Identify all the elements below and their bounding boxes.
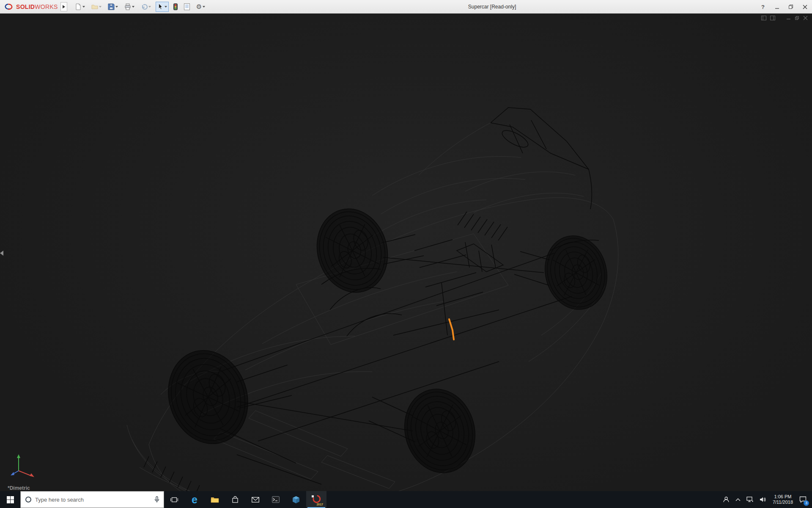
dropdown-caret-icon bbox=[165, 6, 167, 8]
clock-time: 1:06 PM bbox=[774, 494, 791, 500]
ds-logo-icon bbox=[4, 3, 14, 11]
toolbar-flyout-arrow[interactable] bbox=[60, 2, 67, 11]
undo-button[interactable] bbox=[139, 2, 153, 12]
undo-arrow-icon bbox=[141, 3, 148, 10]
graphics-area[interactable]: *Dimetric bbox=[0, 14, 812, 491]
print-button[interactable] bbox=[123, 2, 136, 12]
titlebar: SOLIDWORKS bbox=[0, 0, 812, 14]
tray-expand-button[interactable] bbox=[732, 491, 743, 508]
help-button[interactable]: ? bbox=[759, 3, 767, 11]
speaker-icon bbox=[760, 497, 766, 502]
minimize-button[interactable] bbox=[773, 3, 781, 11]
start-button[interactable] bbox=[0, 491, 20, 508]
cortana-icon bbox=[25, 496, 32, 503]
minimize-icon bbox=[786, 16, 791, 20]
pane-left-button[interactable] bbox=[761, 16, 766, 20]
cad-cube-button[interactable] bbox=[286, 491, 306, 508]
task-view-icon bbox=[170, 497, 178, 503]
pane-right-button[interactable] bbox=[770, 16, 775, 20]
solidworks-year-label: 2017 bbox=[316, 503, 323, 506]
doc-restore-button[interactable] bbox=[795, 16, 799, 20]
new-document-icon bbox=[75, 3, 82, 10]
document-window-controls bbox=[761, 16, 808, 20]
windows-taskbar: e bbox=[0, 491, 812, 508]
clock[interactable]: 1:06 PM 7/11/2018 bbox=[769, 491, 796, 508]
file-properties-button[interactable] bbox=[182, 2, 192, 12]
system-tray: 1:06 PM 7/11/2018 3 bbox=[720, 491, 812, 508]
cube-app-icon bbox=[292, 496, 300, 504]
network-icon bbox=[746, 497, 754, 503]
solidworks-window: SOLIDWORKS bbox=[0, 0, 812, 508]
dropdown-caret-icon bbox=[99, 6, 102, 8]
doc-close-button[interactable] bbox=[803, 16, 808, 20]
quick-access-toolbar: ⚙ bbox=[73, 2, 207, 12]
network-button[interactable] bbox=[743, 491, 757, 508]
taskbar-search[interactable] bbox=[20, 491, 164, 508]
console-icon bbox=[272, 496, 280, 503]
orientation-triad-icon bbox=[9, 450, 39, 480]
file-properties-icon bbox=[184, 3, 190, 10]
rebuild-traffic-light-icon bbox=[173, 3, 178, 10]
flyout-triangle-icon bbox=[63, 5, 65, 8]
view-orientation-label: *Dimetric bbox=[8, 485, 30, 491]
notification-badge: 3 bbox=[804, 500, 809, 506]
minimize-icon bbox=[775, 5, 779, 9]
doc-minimize-button[interactable] bbox=[786, 16, 791, 20]
solidworks-taskbar-button[interactable]: 2017 bbox=[306, 491, 326, 508]
new-document-button[interactable] bbox=[73, 2, 87, 12]
dropdown-caret-icon bbox=[82, 6, 85, 8]
close-icon bbox=[803, 16, 808, 20]
help-icon: ? bbox=[761, 4, 765, 10]
close-icon bbox=[803, 5, 807, 9]
brand-text-solid: SOLID bbox=[16, 3, 35, 10]
mail-envelope-icon bbox=[252, 497, 259, 502]
store-button[interactable] bbox=[225, 491, 245, 508]
restore-icon bbox=[795, 16, 799, 20]
restore-button[interactable] bbox=[787, 3, 795, 11]
file-explorer-icon bbox=[211, 496, 219, 503]
save-button[interactable] bbox=[106, 2, 120, 12]
save-floppy-icon bbox=[108, 3, 115, 10]
options-gear-icon: ⚙ bbox=[196, 3, 202, 10]
solidworks-logo: SOLIDWORKS bbox=[0, 3, 60, 11]
open-button[interactable] bbox=[90, 2, 103, 12]
dropdown-caret-icon bbox=[132, 6, 134, 8]
edge-icon: e bbox=[192, 494, 198, 505]
edge-button[interactable]: e bbox=[184, 491, 205, 508]
console-button[interactable] bbox=[266, 491, 286, 508]
dropdown-caret-icon bbox=[203, 6, 205, 8]
action-center-button[interactable]: 3 bbox=[796, 491, 809, 508]
clock-date: 7/11/2018 bbox=[773, 500, 793, 505]
pane-right-icon bbox=[770, 16, 775, 20]
pane-left-icon bbox=[761, 16, 766, 20]
restore-icon bbox=[788, 4, 793, 9]
document-title: Supercar [Read-only] bbox=[468, 4, 516, 10]
taskbar-apps: e bbox=[164, 491, 326, 508]
dropdown-caret-icon bbox=[115, 6, 118, 8]
select-button[interactable] bbox=[156, 2, 169, 12]
select-cursor-icon bbox=[157, 3, 164, 10]
microphone-icon[interactable] bbox=[154, 496, 159, 503]
file-explorer-button[interactable] bbox=[205, 491, 225, 508]
open-folder-icon bbox=[91, 3, 98, 10]
close-button[interactable] bbox=[801, 3, 809, 11]
people-button[interactable] bbox=[720, 491, 732, 508]
volume-button[interactable] bbox=[757, 491, 769, 508]
window-controls: ? bbox=[759, 0, 809, 14]
rebuild-button[interactable] bbox=[172, 2, 179, 12]
search-input[interactable] bbox=[35, 497, 151, 503]
feature-panel-collapse-arrow[interactable] bbox=[0, 251, 3, 256]
windows-logo-icon bbox=[7, 496, 14, 503]
brand-text-works: WORKS bbox=[35, 3, 58, 10]
store-bag-icon bbox=[232, 496, 239, 503]
dropdown-caret-icon bbox=[148, 6, 151, 8]
wireframe-car-model[interactable] bbox=[0, 14, 812, 491]
mail-button[interactable] bbox=[245, 491, 266, 508]
people-icon bbox=[723, 496, 730, 503]
chevron-up-icon bbox=[735, 498, 741, 501]
options-button[interactable]: ⚙ bbox=[195, 2, 207, 12]
task-view-button[interactable] bbox=[164, 491, 184, 508]
print-icon bbox=[124, 3, 131, 10]
